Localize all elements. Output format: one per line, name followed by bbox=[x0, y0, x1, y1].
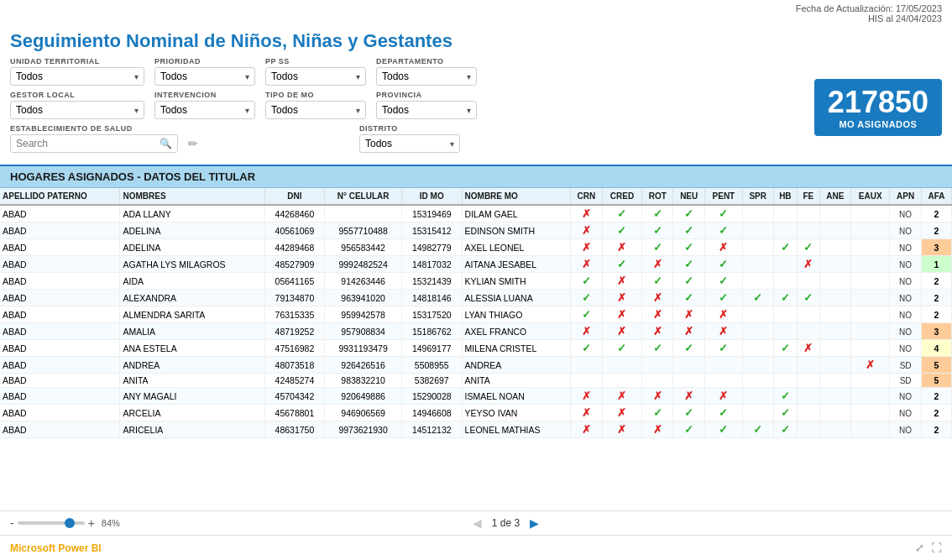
pent-val: ✓ bbox=[704, 421, 742, 438]
id-mo: 14818146 bbox=[401, 290, 462, 306]
edit-icon[interactable]: ✏ bbox=[188, 137, 198, 150]
apellido-paterno: ABAD bbox=[0, 273, 120, 290]
fullscreen-icon[interactable]: ⤢ bbox=[915, 542, 924, 554]
ane-val bbox=[819, 421, 850, 438]
celular bbox=[325, 205, 402, 222]
pent-val bbox=[704, 357, 742, 374]
id-mo: 15317520 bbox=[401, 306, 462, 323]
next-page-button[interactable]: ▶ bbox=[526, 515, 542, 531]
cred-val: ✓ bbox=[602, 222, 641, 239]
apellido-paterno: ABAD bbox=[0, 421, 120, 438]
fe-val bbox=[798, 357, 819, 374]
count-cell: 2 bbox=[921, 222, 951, 239]
filter-prioridad-select[interactable]: Todos ▾ bbox=[154, 67, 255, 86]
table-container[interactable]: APELLIDO PATERNO NOMBRES DNI N° CELULAR … bbox=[0, 188, 952, 438]
prev-page-button[interactable]: ◀ bbox=[469, 515, 485, 531]
id-mo: 15315412 bbox=[401, 222, 462, 239]
nombres: ANY MAGALI bbox=[120, 388, 264, 405]
apellido-paterno: ABAD bbox=[0, 374, 120, 388]
cred-val: ✗ bbox=[602, 421, 641, 438]
fe-val bbox=[798, 323, 819, 340]
crn-val: ✓ bbox=[570, 340, 602, 357]
filter-establecimiento: ESTABLECIMIENTO DE SALUD 🔍 ✏ bbox=[10, 124, 198, 153]
apn-val: NO bbox=[890, 239, 921, 256]
filter-provincia: PROVINCIA Todos ▾ bbox=[376, 91, 477, 119]
table-row: ABAD ADELINA 40561069 9557710488 1531541… bbox=[0, 222, 952, 239]
filter-intervencion-label: INTERVENCION bbox=[154, 91, 255, 99]
col-rot: ROT bbox=[642, 188, 673, 205]
filter-pp-ss: PP SS Todos ▾ bbox=[265, 57, 366, 86]
zoom-slider[interactable] bbox=[18, 521, 85, 525]
apn-val: NO bbox=[890, 421, 921, 438]
eaux-val bbox=[851, 340, 890, 357]
filter-unidad-label: UNIDAD TERRITORIAL bbox=[10, 57, 144, 65]
spr-val bbox=[742, 388, 773, 405]
col-afa: AFA bbox=[921, 188, 951, 205]
celular: 9973621930 bbox=[325, 421, 402, 438]
nombres: ADA LLANY bbox=[120, 205, 264, 222]
id-mo: 14817032 bbox=[401, 256, 462, 273]
filter-provincia-select[interactable]: Todos ▾ bbox=[376, 101, 477, 119]
filter-intervencion-select[interactable]: Todos ▾ bbox=[154, 101, 255, 119]
rot-val: ✗ bbox=[642, 421, 673, 438]
dni: 05641165 bbox=[264, 273, 325, 290]
rot-val: ✗ bbox=[642, 256, 673, 273]
celular: 956583442 bbox=[325, 239, 402, 256]
filter-distrito: DISTRITO Todos ▾ bbox=[359, 124, 460, 153]
fe-val bbox=[798, 273, 819, 290]
nombre-mo: ANITA bbox=[462, 374, 570, 388]
spr-val: ✓ bbox=[742, 421, 773, 438]
filter-ppss-select[interactable]: Todos ▾ bbox=[265, 67, 366, 86]
apn-val: NO bbox=[890, 306, 921, 323]
pent-val: ✗ bbox=[704, 388, 742, 405]
nombre-mo: DILAM GAEL bbox=[462, 205, 570, 222]
id-mo: 15321439 bbox=[401, 273, 462, 290]
expand-icon[interactable]: ⛶ bbox=[931, 542, 942, 554]
cred-val: ✗ bbox=[602, 388, 641, 405]
table-row: ABAD ARCELIA 45678801 946906569 14946608… bbox=[0, 405, 952, 421]
pent-val: ✓ bbox=[704, 273, 742, 290]
hb-val: ✓ bbox=[773, 421, 798, 438]
dni: 47516982 bbox=[264, 340, 325, 357]
apn-val: NO bbox=[890, 405, 921, 421]
zoom-plus[interactable]: + bbox=[88, 516, 95, 530]
footer: Microsoft Power BI ⤢ ⛶ bbox=[0, 535, 952, 560]
spr-val bbox=[742, 222, 773, 239]
apn-val: NO bbox=[890, 323, 921, 340]
table-row: ABAD ANY MAGALI 45704342 920649886 15290… bbox=[0, 388, 952, 405]
dni: 45704342 bbox=[264, 388, 325, 405]
dni: 40561069 bbox=[264, 222, 325, 239]
ane-val bbox=[819, 205, 850, 222]
id-mo: 14982779 bbox=[401, 239, 462, 256]
zoom-minus[interactable]: - bbox=[10, 516, 14, 530]
filter-distrito-select[interactable]: Todos ▾ bbox=[359, 134, 460, 153]
neu-val: ✓ bbox=[673, 256, 704, 273]
search-input[interactable] bbox=[16, 138, 156, 149]
powerbi-link[interactable]: Microsoft Power BI bbox=[10, 542, 102, 554]
rot-val: ✓ bbox=[642, 239, 673, 256]
cred-val: ✓ bbox=[602, 340, 641, 357]
filter-gestor-select[interactable]: Todos ▾ bbox=[10, 101, 144, 119]
celular: 9557710488 bbox=[325, 222, 402, 239]
id-mo: 15290028 bbox=[401, 388, 462, 405]
hb-val bbox=[773, 222, 798, 239]
crn-val: ✓ bbox=[570, 290, 602, 306]
nombres: ARICELIA bbox=[120, 421, 264, 438]
neu-val: ✓ bbox=[673, 205, 704, 222]
hb-val: ✓ bbox=[773, 405, 798, 421]
filters-section: UNIDAD TERRITORIAL Todos ▾ PRIORIDAD Tod… bbox=[0, 54, 952, 161]
dni: 44268460 bbox=[264, 205, 325, 222]
col-ap: APELLIDO PATERNO bbox=[0, 188, 120, 205]
chevron-down-icon: ▾ bbox=[134, 106, 139, 115]
filter-depto-select[interactable]: Todos ▾ bbox=[376, 67, 477, 86]
filter-unidad-select[interactable]: Todos ▾ bbox=[10, 67, 144, 86]
spr-val bbox=[742, 357, 773, 374]
spr-val bbox=[742, 306, 773, 323]
fe-val: ✓ bbox=[798, 290, 819, 306]
filter-tipomo-select[interactable]: Todos ▾ bbox=[265, 101, 366, 119]
ane-val bbox=[819, 405, 850, 421]
nombre-mo: ANDREA bbox=[462, 357, 570, 374]
section-header: HOGARES ASIGNADOS - DATOS DEL TITULAR bbox=[0, 165, 952, 188]
ane-val bbox=[819, 306, 850, 323]
cred-val: ✓ bbox=[602, 205, 641, 222]
